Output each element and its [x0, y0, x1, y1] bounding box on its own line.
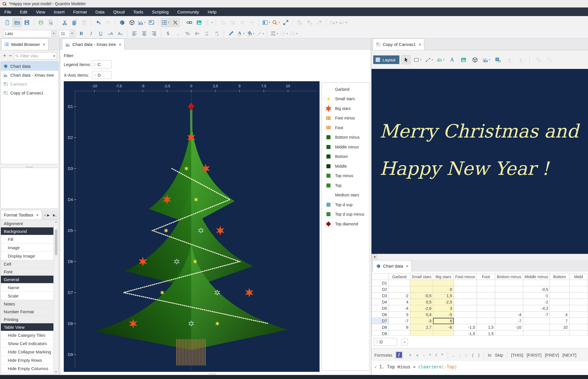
scroll-left-icon[interactable]: ◀ — [372, 254, 377, 259]
table-cell[interactable] — [454, 286, 477, 293]
scroll-right-icon[interactable]: ▶ — [47, 213, 49, 217]
link-button[interactable] — [185, 18, 194, 27]
table-cell[interactable]: -1,5 — [454, 324, 477, 330]
scroll-left-icon[interactable]: ◀ — [44, 213, 46, 217]
legend-item-bottom[interactable]: Bottom — [322, 152, 369, 162]
table-cell[interactable] — [477, 305, 495, 312]
gauge-tool-button[interactable]: ▾ — [436, 55, 445, 64]
legend-item-big-stars[interactable]: Big stars — [322, 104, 369, 113]
table-cell[interactable] — [569, 324, 588, 330]
sidebar-item-chart-data-xmas-tree[interactable]: Chart data - Xmas tree — [1, 71, 58, 80]
table-cell[interactable] — [477, 299, 495, 305]
format-toolbox-scrollbar[interactable]: ▲ ▼ — [53, 220, 58, 374]
font-increase-button[interactable]: AA — [106, 29, 115, 38]
table-cell[interactable] — [550, 330, 569, 336]
chevron-down-icon[interactable]: ▾ — [420, 58, 421, 61]
label-widget-button[interactable]: A — [493, 55, 502, 64]
row-header-d4[interactable]: D4 — [372, 299, 389, 305]
table-cell[interactable] — [523, 330, 550, 336]
legend-item-small-stars[interactable]: Small stars — [322, 94, 369, 104]
legend-item-middle[interactable]: Middle — [322, 161, 369, 171]
legend-item-foot[interactable]: Foot — [322, 123, 369, 133]
table-cell[interactable] — [569, 286, 588, 293]
toolbox-scale[interactable]: Scale — [1, 292, 53, 300]
currency-button[interactable]: $ — [163, 29, 173, 38]
table-cell[interactable] — [454, 299, 477, 305]
comma-button[interactable]: , — [173, 29, 182, 38]
column-header-small-stars[interactable]: Small stars — [410, 274, 433, 280]
matrix-reject-button[interactable] — [228, 18, 237, 27]
toolbox-fill[interactable]: Fill — [1, 235, 53, 243]
copy-from-model-button[interactable]: ▾ — [339, 18, 348, 27]
table-cell[interactable] — [569, 280, 588, 286]
formula-op-[interactable]: + — [416, 353, 419, 357]
table-cell[interactable] — [569, 299, 588, 305]
canvas-hscrollbar[interactable]: ◀ — [372, 254, 588, 260]
table-cell[interactable]: -5 — [433, 312, 454, 318]
fill-color-button[interactable]: ▾ — [246, 29, 255, 38]
column-header-bottom-minus[interactable]: Bottom minus — [495, 274, 523, 280]
toolbox-hide-category-tiles[interactable]: Hide Category Tiles — [1, 331, 53, 339]
italic-button[interactable]: I — [86, 29, 96, 38]
legend-item-bottom-minus[interactable]: Bottom minus — [322, 133, 369, 142]
table-cell[interactable] — [550, 299, 569, 305]
table-cell[interactable] — [454, 318, 477, 324]
align-left-button[interactable] — [130, 29, 139, 38]
sidebar-item-copy-of-canvas1[interactable]: Copy of Canvas1 — [1, 88, 58, 97]
table-cell[interactable] — [569, 305, 588, 312]
table-cell[interactable]: -4,3 — [523, 305, 550, 312]
list-style-button[interactable]: 123▾ — [289, 29, 298, 38]
tab-chart-xmas-tree[interactable]: Chart data - Xmas tree × — [62, 38, 125, 50]
formula-op-[interactable]: / — [436, 353, 437, 357]
table-cell[interactable]: 2,7 — [410, 324, 433, 330]
xaxis-items-chip[interactable]: ⣿ D — [92, 71, 112, 79]
sidebar-item-canvas1[interactable]: Canvas1 — [1, 80, 58, 88]
table-cell[interactable]: 4 — [550, 312, 569, 318]
menu-edit[interactable]: Edit — [16, 7, 32, 16]
panel-layout-button[interactable]: ▾ — [262, 18, 271, 27]
table-cell[interactable] — [495, 299, 523, 305]
table-cell[interactable]: 10 — [550, 324, 569, 330]
chevron-down-icon[interactable]: ▾ — [269, 21, 270, 24]
toolbox-hide-empty-columns[interactable]: Hide Empty Columns — [1, 364, 53, 373]
table-cell[interactable]: -4 — [495, 312, 523, 318]
toolbox-table-view[interactable]: Table View — [1, 323, 53, 331]
sum-button[interactable]: ▾ — [204, 18, 213, 27]
toolbox-hide-empty-rows[interactable]: Hide Empty Rows — [1, 356, 53, 364]
close-icon[interactable]: × — [43, 42, 45, 47]
formula-op-[interactable]: :: — [465, 353, 467, 357]
formula-list-button[interactable]: f — [395, 351, 403, 359]
table-cell[interactable]: 4 — [388, 299, 410, 305]
table-cell[interactable] — [550, 286, 569, 293]
table-cell[interactable]: -1 — [523, 293, 550, 299]
toolbox-image[interactable]: Image — [1, 243, 53, 252]
table-cell[interactable] — [495, 280, 523, 286]
toolbox-hide-collapse-marking[interactable]: Hide Collapse Marking — [1, 348, 53, 356]
toolbox-menu-icon[interactable]: ▼̶ — [52, 213, 56, 218]
table-cell[interactable] — [454, 293, 477, 299]
toolbox-alignment[interactable]: Alignment — [1, 220, 53, 227]
sidebar-item-chart-data[interactable]: Chart data — [1, 62, 58, 71]
table-cell[interactable] — [454, 305, 477, 312]
table-cell[interactable]: -10 — [495, 324, 523, 330]
row-header-d3[interactable]: D3 — [372, 293, 389, 299]
underline-button[interactable]: U — [96, 29, 105, 38]
clear-filter-icon[interactable]: × — [53, 54, 55, 58]
table-cell[interactable] — [454, 312, 477, 318]
formula-op-[interactable]: = — [409, 353, 412, 357]
menu-view[interactable]: View — [32, 7, 49, 16]
formula-op-THIS[interactable]: [THIS] — [511, 353, 523, 357]
skip-formatting-button[interactable] — [171, 18, 180, 27]
panel-splitter[interactable]: •••••• — [1, 164, 59, 168]
toolbox-number-format[interactable]: Number Format — [1, 308, 53, 316]
chevron-down-icon[interactable]: ▾ — [287, 32, 288, 35]
table-cell[interactable]: -7 — [523, 312, 550, 318]
filter-settings-button[interactable] — [295, 18, 304, 27]
toolbox-show-cell-indicators[interactable]: Show Cell Indicators — [1, 339, 53, 348]
chart-widget-button[interactable]: ▾ — [482, 55, 491, 64]
column-header-big-stars[interactable]: Big stars — [433, 274, 454, 280]
chevron-down-icon[interactable]: ▾ — [336, 21, 337, 24]
formula-row-1[interactable]: ✓1. Top minus = clearzero(-Top) — [372, 361, 588, 373]
collapse-left-button[interactable] — [238, 18, 247, 27]
add-view-button[interactable]: + — [2, 53, 7, 59]
